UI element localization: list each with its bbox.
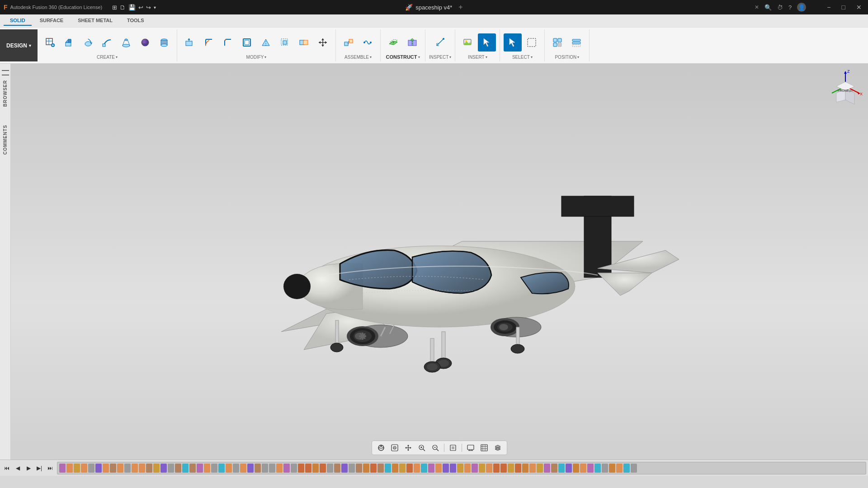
timeline-step[interactable] (472, 464, 478, 473)
timeline-step[interactable] (631, 464, 637, 473)
tab-surface[interactable]: SURFACE (33, 16, 70, 26)
timeline-step[interactable] (580, 464, 586, 473)
timeline-step[interactable] (233, 464, 239, 473)
timeline-step[interactable] (443, 464, 449, 473)
timeline-step[interactable] (211, 464, 217, 473)
timeline-step[interactable] (616, 464, 623, 473)
loft-icon[interactable] (117, 33, 135, 52)
timeline-step[interactable] (255, 464, 261, 473)
close-tab-icon[interactable]: ✕ (755, 4, 759, 10)
motion-link-icon[interactable] (359, 33, 377, 52)
tab-solid[interactable]: SOLID (4, 16, 32, 26)
new-sketch-icon[interactable] (41, 33, 59, 52)
timeline-step[interactable] (623, 464, 630, 473)
timeline-step[interactable] (573, 464, 579, 473)
tab-tools[interactable]: TOOLS (121, 16, 151, 26)
timeline-step[interactable] (479, 464, 485, 473)
timeline-step[interactable] (529, 464, 536, 473)
timeline-step[interactable] (392, 464, 398, 473)
scale-icon[interactable] (276, 33, 294, 52)
timeline-step[interactable] (558, 464, 565, 473)
combine-icon[interactable] (295, 33, 313, 52)
timeline-step[interactable] (81, 464, 87, 473)
joint-icon[interactable] (340, 33, 358, 52)
help-icon[interactable]: ? (788, 4, 792, 11)
timeline-step[interactable] (363, 464, 369, 473)
revolve-icon[interactable] (79, 33, 97, 52)
position-layers-icon[interactable] (567, 33, 585, 52)
timeline-step[interactable] (609, 464, 615, 473)
more-icon[interactable]: ▾ (154, 5, 156, 10)
timeline-step[interactable] (139, 464, 145, 473)
construct-label[interactable]: CONSTRUCT ▾ (386, 54, 420, 60)
timeline-step[interactable] (312, 464, 319, 473)
timeline-step[interactable] (175, 464, 181, 473)
timeline-step[interactable] (59, 464, 66, 473)
timeline-step[interactable] (349, 464, 355, 473)
timeline-step[interactable] (428, 464, 434, 473)
timeline-step[interactable] (226, 464, 232, 473)
position-grid-icon[interactable] (548, 33, 566, 52)
position-label[interactable]: POSITION ▾ (555, 55, 579, 60)
midplane-icon[interactable] (403, 33, 421, 52)
timeline-step[interactable] (124, 464, 131, 473)
timeline-step[interactable] (493, 464, 500, 473)
timeline-step[interactable] (327, 464, 333, 473)
timeline-step[interactable] (421, 464, 427, 473)
timeline-start-button[interactable]: ⏮ (2, 463, 12, 473)
sphere-icon[interactable] (136, 33, 154, 52)
timeline-step[interactable] (276, 464, 283, 473)
measure-icon[interactable] (431, 33, 449, 52)
zoom-out-button[interactable] (429, 442, 442, 453)
close-button[interactable]: ✕ (854, 3, 864, 12)
display-button[interactable] (464, 442, 477, 453)
timeline-step[interactable] (117, 464, 123, 473)
timeline-step[interactable] (168, 464, 174, 473)
timeline-end-button[interactable]: ⏭ (45, 463, 55, 473)
timeline-step[interactable] (385, 464, 391, 473)
profile-icon[interactable]: 👤 (797, 3, 806, 12)
undo-icon[interactable]: ↩ (138, 4, 143, 11)
timeline-step[interactable] (508, 464, 514, 473)
timeline-step[interactable] (370, 464, 377, 473)
timeline-step[interactable] (356, 464, 362, 473)
extrude-icon[interactable] (60, 33, 78, 52)
timeline-step[interactable] (262, 464, 268, 473)
inspect-label[interactable]: INSPECT ▾ (429, 55, 451, 60)
timeline-step[interactable] (247, 464, 254, 473)
save-icon[interactable]: 💾 (128, 4, 136, 11)
design-button[interactable]: DESIGN ▾ (0, 29, 38, 61)
viewcube[interactable]: Z X FRONT Right (827, 68, 863, 104)
sweep-icon[interactable] (98, 33, 116, 52)
pan-button[interactable] (402, 442, 415, 453)
timeline-track[interactable] (57, 462, 866, 474)
timeline-step[interactable] (103, 464, 109, 473)
redo-icon[interactable]: ↪ (146, 4, 151, 11)
timeline-step[interactable] (500, 464, 507, 473)
timeline-step[interactable] (515, 464, 521, 473)
layers-button[interactable] (491, 442, 504, 453)
select-cursor-icon[interactable] (504, 33, 522, 52)
timeline-step[interactable] (435, 464, 442, 473)
grid-icon[interactable]: ⊞ (112, 4, 117, 11)
select-label[interactable]: SELECT ▾ (512, 55, 533, 60)
timeline-step[interactable] (551, 464, 557, 473)
timeline-step[interactable] (522, 464, 528, 473)
timeline-step[interactable] (341, 464, 348, 473)
timeline-step[interactable] (160, 464, 167, 473)
draft-icon[interactable] (257, 33, 275, 52)
insert-image-icon[interactable] (459, 33, 477, 52)
timeline-next-button[interactable]: ▶| (34, 463, 44, 473)
timeline-step[interactable] (146, 464, 152, 473)
assemble-label[interactable]: ASSEMBLE ▾ (344, 55, 372, 60)
orbit-button[interactable] (375, 442, 387, 453)
fillet-icon[interactable] (200, 33, 218, 52)
timeline-step[interactable] (110, 464, 116, 473)
timeline-step[interactable] (204, 464, 210, 473)
restore-button[interactable]: □ (839, 3, 848, 12)
zoom-in-button[interactable] (415, 442, 428, 453)
create-label[interactable]: CREATE ▾ (97, 55, 118, 60)
tab-sheet-metal[interactable]: SHEET METAL (71, 16, 119, 26)
insert-cursor-icon[interactable] (478, 33, 496, 52)
timeline-step[interactable] (218, 464, 225, 473)
